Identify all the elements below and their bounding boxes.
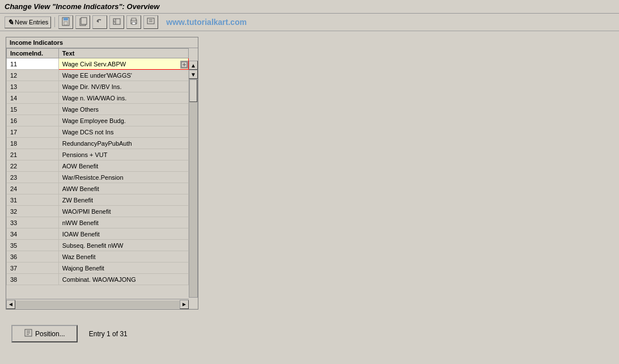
scroll-up-button[interactable]: ▲ <box>189 61 198 70</box>
table-row[interactable]: 37Wajong Benefit <box>7 263 189 274</box>
toolbar: ✎ New Entries www.tutorialkart.com <box>0 14 619 31</box>
undo-button[interactable] <box>92 15 107 29</box>
table-row[interactable]: 32WAO/PMI Benefit <box>7 206 189 217</box>
find-icon <box>146 17 155 27</box>
table-row[interactable]: 15Wage Others <box>7 104 189 115</box>
cell-text: AWW Benefit <box>58 183 188 194</box>
cell-ind: 22 <box>7 160 59 172</box>
scroll-left-button[interactable]: ◄ <box>6 300 15 309</box>
nav-back-button[interactable] <box>109 15 124 29</box>
cell-text: nWW Benefit <box>58 217 188 228</box>
table-row[interactable]: 35Subseq. Benefit nWW <box>7 240 189 251</box>
print-icon <box>129 17 138 27</box>
toolbar-separator-1 <box>54 17 55 27</box>
cell-text: Wage EE under'WAGGS' <box>58 70 188 81</box>
svg-rect-1 <box>63 18 68 20</box>
scrollbar-thumb[interactable] <box>189 79 197 102</box>
svg-rect-12 <box>147 18 154 24</box>
cell-text: War/Resistce.Pension <box>58 172 188 183</box>
main-content: Income Indicators ▲ ▼ IncomeInd. Text <box>0 31 619 315</box>
cell-text: IOAW Benefit <box>58 228 188 240</box>
page-title: Change View "Income Indicators": Overvie… <box>5 2 159 11</box>
cell-text: Wage n. WIA/WAO ins. <box>58 92 188 104</box>
table-row[interactable]: 24AWW Benefit <box>7 183 189 194</box>
cell-text: Waz Benefit <box>58 251 188 263</box>
h-scroll-track[interactable] <box>15 300 180 308</box>
cell-ind: 16 <box>7 115 59 126</box>
watermark: www.tutorialkart.com <box>166 18 247 27</box>
svg-rect-10 <box>132 18 136 20</box>
cell-ind: 33 <box>7 217 59 228</box>
table-row[interactable]: 21Pensions + VUT <box>7 149 189 160</box>
scroll-right-button[interactable]: ► <box>180 300 189 309</box>
table-row[interactable]: 11Wage Civil Serv.ABPW <box>7 58 189 70</box>
table-row[interactable]: 36Waz Benefit <box>7 251 189 263</box>
cell-ind: 38 <box>7 274 59 285</box>
table-row[interactable]: 14Wage n. WIA/WAO ins. <box>7 92 189 104</box>
cell-ind: 13 <box>7 81 59 92</box>
table-row[interactable]: 22AOW Benefit <box>7 160 189 172</box>
cell-ind: 12 <box>7 70 59 81</box>
table-row[interactable]: 18RedundancyPayPubAuth <box>7 138 189 149</box>
cell-text: Wajong Benefit <box>58 263 188 274</box>
new-entries-icon: ✎ <box>7 18 14 27</box>
save-icon <box>61 17 70 27</box>
cell-ind: 14 <box>7 92 59 104</box>
cell-ind: 24 <box>7 183 59 194</box>
cell-ind: 23 <box>7 172 59 183</box>
cell-text: Wage Others <box>58 104 188 115</box>
cell-text: WAO/PMI Benefit <box>58 206 188 217</box>
new-entries-label: New Entries <box>15 19 48 26</box>
table-row[interactable]: 33nWW Benefit <box>7 217 189 228</box>
table-container: ▲ ▼ IncomeInd. Text 11Wage Civil Serv.AB… <box>6 48 198 309</box>
table-scroll-area[interactable]: IncomeInd. Text 11Wage Civil Serv.ABPW12… <box>6 48 189 298</box>
cell-text: Wage DCS not Ins <box>58 126 188 138</box>
table-row[interactable]: 13Wage Dir. NV/BV Ins. <box>7 81 189 92</box>
scrollbar-track[interactable] <box>189 79 198 298</box>
new-entries-button[interactable]: ✎ New Entries <box>5 16 51 28</box>
table-row[interactable]: 17Wage DCS not Ins <box>7 126 189 138</box>
entry-count: Entry 1 of 31 <box>89 330 128 338</box>
position-icon <box>24 328 33 339</box>
print-button[interactable] <box>126 15 141 29</box>
income-table: IncomeInd. Text 11Wage Civil Serv.ABPW12… <box>6 48 189 285</box>
cell-text: Pensions + VUT <box>58 149 188 160</box>
cell-ind: 18 <box>7 138 59 149</box>
cell-text: ZW Benefit <box>58 194 188 206</box>
copy-button[interactable] <box>75 15 90 29</box>
table-row[interactable]: 31ZW Benefit <box>7 194 189 206</box>
cell-text: Combinat. WAO/WAJONG <box>58 274 188 285</box>
cell-ind: 15 <box>7 104 59 115</box>
undo-icon <box>95 17 104 27</box>
horizontal-scrollbar: ◄ ► <box>6 299 189 309</box>
cell-text: Wage Civil Serv.ABPW <box>58 58 188 70</box>
position-label: Position... <box>35 330 65 338</box>
table-row[interactable]: 23War/Resistce.Pension <box>7 172 189 183</box>
table-row[interactable]: 12Wage EE under'WAGGS' <box>7 70 189 81</box>
cell-text: Wage Dir. NV/BV Ins. <box>58 81 188 92</box>
cell-text: AOW Benefit <box>58 160 188 172</box>
table-body: 11Wage Civil Serv.ABPW12Wage EE under'WA… <box>7 58 189 285</box>
col-header-ind: IncomeInd. <box>7 49 59 58</box>
cell-text: Subseq. Benefit nWW <box>58 240 188 251</box>
scroll-down-button[interactable]: ▼ <box>189 70 198 79</box>
col-header-text: Text <box>58 49 188 58</box>
find-button[interactable] <box>143 15 158 29</box>
save-button[interactable] <box>58 15 73 29</box>
position-button[interactable]: Position... <box>11 325 78 342</box>
cell-ind: 35 <box>7 240 59 251</box>
cell-ind: 37 <box>7 263 59 274</box>
table-row[interactable]: 34IOAW Benefit <box>7 228 189 240</box>
svg-rect-4 <box>81 18 87 24</box>
copy-icon <box>78 17 87 27</box>
cell-ind: 36 <box>7 251 59 263</box>
panel-title: Income Indicators <box>6 37 198 48</box>
income-indicators-panel: Income Indicators ▲ ▼ IncomeInd. Text <box>6 37 198 310</box>
svg-rect-11 <box>132 22 135 24</box>
table-row[interactable]: 38Combinat. WAO/WAJONG <box>7 274 189 285</box>
svg-rect-2 <box>64 22 67 25</box>
cell-ind: 34 <box>7 228 59 240</box>
table-row[interactable]: 16Wage Employee Budg. <box>7 115 189 126</box>
cell-ind: 31 <box>7 194 59 206</box>
expand-icon[interactable] <box>180 61 188 69</box>
